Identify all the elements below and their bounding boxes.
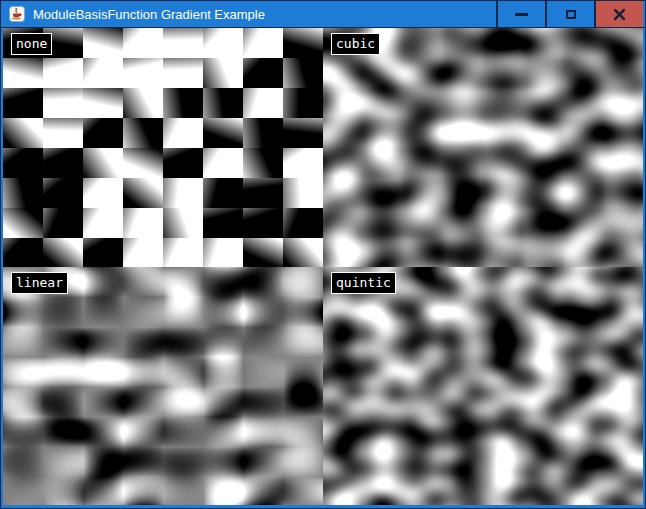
window-controls bbox=[496, 1, 643, 27]
noise-canvas-linear bbox=[3, 267, 323, 505]
quadrant-label-cubic: cubic bbox=[331, 33, 380, 55]
title-bar[interactable]: ModuleBasisFunction Gradient Example bbox=[1, 1, 645, 28]
quadrant-label-linear: linear bbox=[11, 272, 68, 294]
noise-panel: none cubic linear quintic bbox=[3, 28, 643, 505]
quadrant-label-quintic: quintic bbox=[331, 272, 396, 294]
maximize-button[interactable] bbox=[545, 1, 594, 27]
app-window: ModuleBasisFunction Gradient Example non… bbox=[0, 0, 646, 509]
quadrant-label-none: none bbox=[11, 33, 52, 55]
quadrant-cubic: cubic bbox=[323, 28, 643, 267]
close-icon bbox=[613, 8, 626, 21]
noise-canvas-none bbox=[3, 28, 323, 267]
java-icon bbox=[9, 6, 25, 22]
quadrant-linear: linear bbox=[3, 267, 323, 505]
minimize-button[interactable] bbox=[496, 1, 545, 27]
close-button[interactable] bbox=[594, 1, 643, 27]
quadrant-quintic: quintic bbox=[323, 267, 643, 505]
quadrant-none: none bbox=[3, 28, 323, 267]
minimize-icon bbox=[515, 13, 528, 16]
window-title: ModuleBasisFunction Gradient Example bbox=[33, 8, 265, 21]
noise-canvas-quintic bbox=[323, 267, 643, 505]
title-bar-left: ModuleBasisFunction Gradient Example bbox=[3, 1, 496, 27]
maximize-icon bbox=[566, 10, 576, 19]
noise-canvas-cubic bbox=[323, 28, 643, 267]
